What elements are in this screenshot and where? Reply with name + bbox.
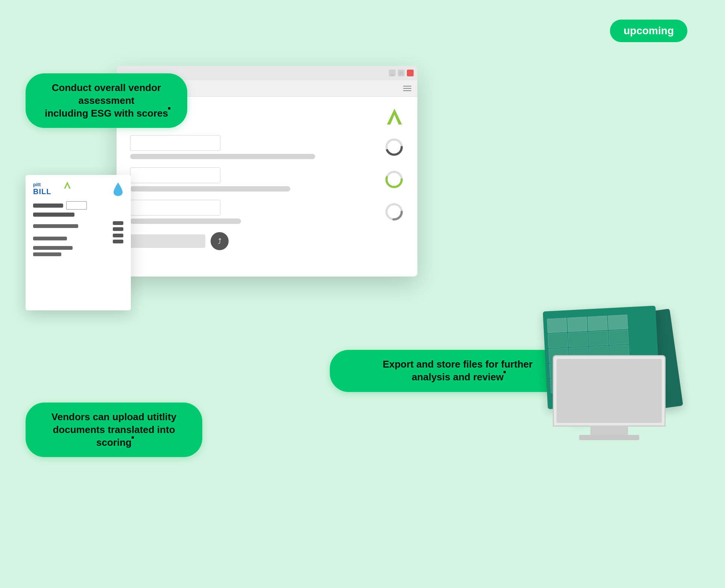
water-drop-icon: [113, 182, 123, 196]
bill-row-1: [33, 201, 123, 210]
input-field-1[interactable]: [130, 135, 220, 151]
bill-row-2: [33, 213, 123, 217]
upload-area: ⤴: [130, 232, 404, 250]
donut-chart-2: [384, 170, 404, 189]
callout-vendor: Conduct overall vendor assessment includ…: [26, 73, 187, 128]
donut-chart-3: [384, 202, 404, 222]
bill-bar-1: [33, 204, 63, 208]
monitor-screen: [553, 355, 666, 427]
assessment-row-1: [130, 135, 404, 159]
row-bar-container-2: [130, 167, 377, 191]
bill-line-row-4: [33, 252, 123, 256]
bill-small-lines-2: [113, 234, 123, 243]
svg-marker-7: [64, 182, 71, 188]
close-button[interactable]: [407, 70, 414, 76]
bill-line-row-3: [33, 246, 123, 250]
monitor-group: [541, 308, 699, 440]
bill-title: BILL: [33, 187, 51, 196]
bill-logo: [63, 181, 71, 191]
maximize-icon: □: [400, 71, 403, 75]
grid-cell: [608, 315, 628, 330]
bill-line-4d: [33, 252, 61, 256]
minimize-button[interactable]: _: [389, 70, 396, 76]
bill-small-3: [113, 234, 123, 237]
donut-chart-1: [384, 137, 404, 157]
row-bar-container-3: [130, 200, 377, 224]
input-field-3[interactable]: [130, 200, 220, 216]
pitt-label: pitt: [33, 182, 51, 187]
hamburger-icon[interactable]: [403, 86, 411, 91]
svg-marker-0: [387, 109, 402, 125]
bill-small-lines-1: [113, 221, 123, 231]
upload-icon: ⤴: [218, 237, 221, 246]
grid-cell: [587, 316, 608, 331]
bill-lines: [33, 221, 123, 256]
bill-line-1a: [33, 224, 78, 228]
minimize-icon: _: [391, 71, 393, 75]
bill-input-1[interactable]: [66, 201, 87, 210]
upcoming-badge: upcoming: [610, 20, 687, 42]
row-bar-container-1: [130, 135, 377, 159]
grid-cell: [567, 317, 587, 332]
bill-document: pitt BILL: [26, 175, 131, 310]
monitor-screen-inner: [557, 359, 662, 423]
upload-file-bar: [130, 234, 205, 248]
bill-small-2: [113, 227, 123, 231]
bill-logo-icon: [63, 181, 71, 189]
logo-shape: [385, 107, 404, 126]
progress-bar-1: [130, 154, 315, 159]
grid-cell: [608, 330, 629, 345]
bill-pitt-label: pitt BILL: [33, 182, 51, 196]
progress-bar-2: [130, 186, 290, 191]
monitor-stand: [590, 427, 628, 435]
callout-upload: Vendors can upload utitlitydocuments tra…: [26, 403, 202, 457]
progress-bar-3: [130, 219, 241, 224]
bill-line-row-2: [33, 234, 123, 243]
bill-line-row-1: [33, 221, 123, 231]
assessment-row-2: [130, 167, 404, 191]
bill-header: pitt BILL: [33, 182, 123, 198]
bill-bar-2: [33, 213, 74, 217]
input-field-2[interactable]: [130, 167, 220, 183]
bill-line-3c: [33, 246, 73, 250]
upload-button[interactable]: ⤴: [211, 232, 229, 250]
monitor-base: [579, 435, 639, 440]
bill-line-2b: [33, 237, 67, 240]
maximize-button[interactable]: □: [398, 70, 405, 76]
grid-cell: [547, 318, 567, 333]
grid-cell: [588, 331, 608, 346]
grid-cell: [548, 333, 568, 348]
grid-cell: [568, 332, 588, 347]
bill-small-1: [113, 221, 123, 225]
bill-small-4: [113, 240, 123, 243]
assessment-row-3: [130, 200, 404, 224]
monitor-body: [553, 355, 666, 440]
